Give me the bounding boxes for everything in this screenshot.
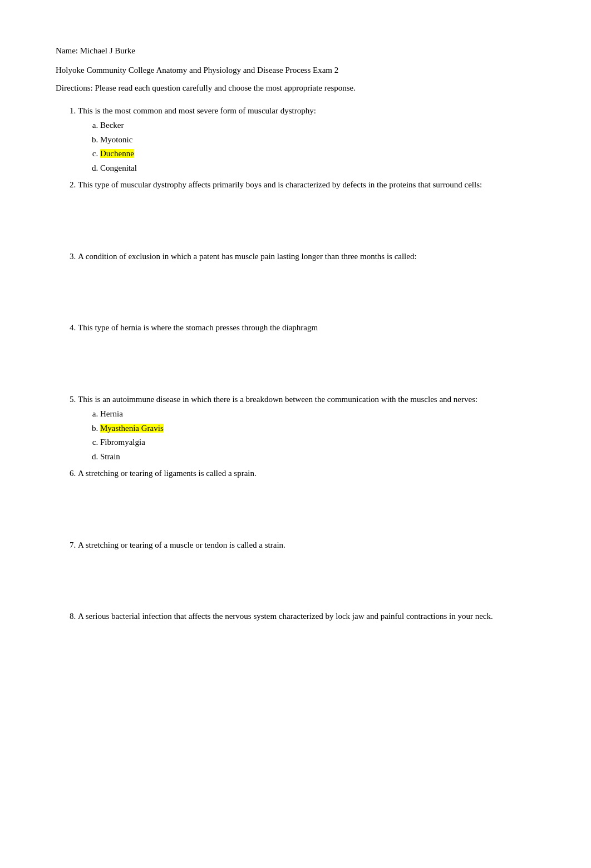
option-5-2: Myasthenia Gravis — [100, 422, 535, 435]
question-item-3: A condition of exclusion in which a pate… — [78, 250, 535, 319]
answer-space-3 — [78, 262, 535, 318]
option-highlight-5-2: Myasthenia Gravis — [100, 424, 164, 433]
institution-text: Holyoke Community College Anatomy and Ph… — [56, 66, 338, 75]
option-highlight-1-3: Duchenne — [100, 149, 134, 158]
question-item-2: This type of muscular dystrophy affects … — [78, 178, 535, 247]
answer-space-4 — [78, 334, 535, 390]
questions-list: This is the most common and most severe … — [72, 105, 535, 623]
question-text-1: This is the most common and most severe … — [78, 106, 316, 115]
question-text-3: A condition of exclusion in which a pate… — [78, 252, 417, 261]
question-text-6: A stretching or tearing of ligaments is … — [78, 469, 257, 478]
question-item-7: A stretching or tearing of a muscle or t… — [78, 539, 535, 607]
options-list-1: BeckerMyotonicDuchenneCongenital — [95, 119, 535, 174]
option-5-3: Fibromyalgia — [100, 436, 535, 449]
question-text-2: This type of muscular dystrophy affects … — [78, 180, 482, 189]
option-5-4: Strain — [100, 450, 535, 463]
name-line: Name: Michael J Burke — [56, 44, 535, 57]
directions-line: Directions: Please read each question ca… — [56, 82, 535, 95]
question-item-8: A serious bacterial infection that affec… — [78, 610, 535, 623]
name-label: Name: — [56, 46, 78, 55]
question-item-5: This is an autoimmune disease in which t… — [78, 393, 535, 463]
question-text-5: This is an autoimmune disease in which t… — [78, 395, 477, 404]
option-5-1: Hernia — [100, 408, 535, 420]
question-text-7: A stretching or tearing of a muscle or t… — [78, 540, 285, 549]
question-text-8: A serious bacterial infection that affec… — [78, 612, 493, 621]
options-list-5: HerniaMyasthenia GravisFibromyalgiaStrai… — [95, 408, 535, 463]
answer-space-7 — [78, 551, 535, 607]
question-text-4: This type of hernia is where the stomach… — [78, 323, 318, 332]
question-item-4: This type of hernia is where the stomach… — [78, 321, 535, 390]
institution-line: Holyoke Community College Anatomy and Ph… — [56, 64, 535, 77]
option-1-1: Becker — [100, 119, 535, 132]
option-1-4: Congenital — [100, 162, 535, 175]
name-value: Michael J Burke — [80, 46, 135, 55]
option-1-3: Duchenne — [100, 147, 535, 160]
answer-space-6 — [78, 480, 535, 535]
option-1-2: Myotonic — [100, 133, 535, 146]
answer-space-2 — [78, 191, 535, 247]
directions-text: Directions: Please read each question ca… — [56, 83, 356, 92]
question-item-6: A stretching or tearing of ligaments is … — [78, 467, 535, 535]
question-item-1: This is the most common and most severe … — [78, 105, 535, 175]
